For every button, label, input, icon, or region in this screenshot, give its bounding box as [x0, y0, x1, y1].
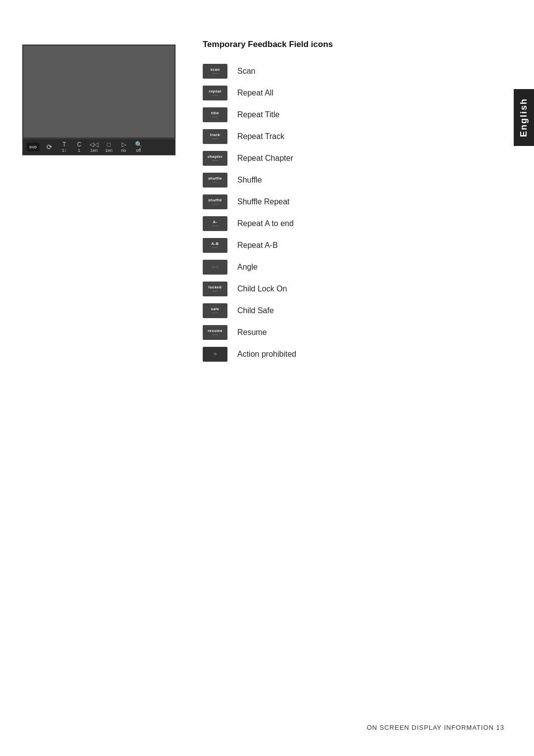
left-panel: DVD ⟳ T 1↕ C 1 ◁◁ 1en □ 1en ▷ no 🔍 off	[22, 45, 176, 155]
list-item: ▷◁ Angle	[203, 256, 490, 278]
audio-value: 1en	[90, 148, 97, 153]
subtitle-icon: □	[107, 141, 110, 148]
scan-label: Scan	[237, 67, 255, 76]
angle-label: Angle	[237, 263, 258, 272]
child-safe-label: Child Safe	[237, 306, 274, 315]
safe-badge: safe ——	[203, 303, 227, 318]
list-item: A-B —— Repeat A-B	[203, 235, 490, 256]
resume-badge: resume ——	[203, 325, 227, 340]
right-panel: Temporary Feedback Field icons scan —— S…	[203, 40, 490, 365]
dvd-screen	[22, 45, 176, 139]
child-lock-label: Child Lock On	[237, 284, 287, 293]
track-badge: track ——	[203, 129, 227, 144]
repeat-badge: repeat ——	[203, 86, 227, 100]
list-item: title —— Repeat Title	[203, 104, 490, 126]
dvd-logo: DVD	[27, 142, 40, 151]
shuffle-repeat-badge: shuffle ——	[203, 194, 227, 209]
list-item: locked —— Child Lock On	[203, 278, 490, 300]
ab-badge: A-B ——	[203, 238, 227, 253]
footer-text: ON SCREEN DISPLAY INFORMATION 13	[367, 724, 504, 731]
repeat-ab-label: Repeat A-B	[237, 241, 278, 250]
shuffle-badge: shuffle ——	[203, 173, 227, 188]
locked-badge: locked ——	[203, 282, 227, 296]
repeat-track-label: Repeat Track	[237, 132, 284, 141]
c-value: 1	[78, 148, 80, 153]
list-item: A- —— Repeat A to end	[203, 213, 490, 235]
list-item: shuffle —— Shuffle	[203, 169, 490, 191]
toolbar-zoom: 🔍 off	[134, 141, 143, 153]
list-item: chapter —— Repeat Chapter	[203, 147, 490, 169]
list-item: ⊗ Action prohibited	[203, 343, 490, 365]
list-item: shuffle —— Shuffle Repeat	[203, 191, 490, 213]
audio-icon: ◁◁	[89, 141, 98, 148]
t-value: 1↕	[62, 148, 67, 153]
arrow-icon: ▷	[122, 141, 126, 148]
repeat-a-end-label: Repeat A to end	[237, 219, 294, 228]
toolbar-audio: ◁◁ 1en	[89, 141, 99, 153]
zoom-value: off	[136, 148, 141, 153]
shuffle-label: Shuffle	[237, 176, 262, 185]
list-item: repeat —— Repeat All	[203, 82, 490, 104]
english-tab: English	[514, 89, 534, 146]
list-item: track —— Repeat Track	[203, 126, 490, 147]
dvd-icon: DVD	[27, 142, 40, 151]
prohibited-badge: ⊗	[203, 347, 227, 362]
resume-label: Resume	[237, 328, 267, 337]
refresh-icon: ⟳	[46, 143, 52, 151]
repeat-title-label: Repeat Title	[237, 110, 279, 119]
footer: ON SCREEN DISPLAY INFORMATION 13	[367, 724, 504, 731]
toolbar-arrow: ▷ no	[119, 141, 129, 153]
repeat-all-label: Repeat All	[237, 89, 273, 97]
repeat-chapter-label: Repeat Chapter	[237, 154, 293, 163]
shuffle-repeat-label: Shuffle Repeat	[237, 197, 290, 206]
list-item: safe —— Child Safe	[203, 300, 490, 322]
toolbar-refresh: ⟳	[44, 143, 54, 151]
dvd-toolbar: DVD ⟳ T 1↕ C 1 ◁◁ 1en □ 1en ▷ no 🔍 off	[22, 139, 176, 155]
list-item: resume —— Resume	[203, 322, 490, 343]
c-icon: C	[77, 141, 82, 148]
action-prohibited-label: Action prohibited	[237, 350, 296, 359]
toolbar-t: T 1↕	[59, 141, 69, 153]
t-icon: T	[62, 141, 66, 148]
a-end-badge: A- ——	[203, 216, 227, 231]
subtitle-value: 1en	[105, 148, 112, 153]
toolbar-c: C 1	[74, 141, 84, 153]
list-item: scan —— Scan	[203, 60, 490, 82]
scan-badge: scan ——	[203, 64, 227, 79]
section-title: Temporary Feedback Field icons	[203, 40, 490, 49]
angle-badge: ▷◁	[203, 260, 227, 275]
title-badge: title ——	[203, 107, 227, 122]
arrow-value: no	[121, 148, 126, 153]
icon-list: scan —— Scan repeat —— Repeat All title …	[203, 60, 490, 365]
chapter-badge: chapter ——	[203, 151, 227, 166]
zoom-icon: 🔍	[135, 141, 142, 148]
toolbar-subtitle: □ 1en	[104, 141, 114, 153]
